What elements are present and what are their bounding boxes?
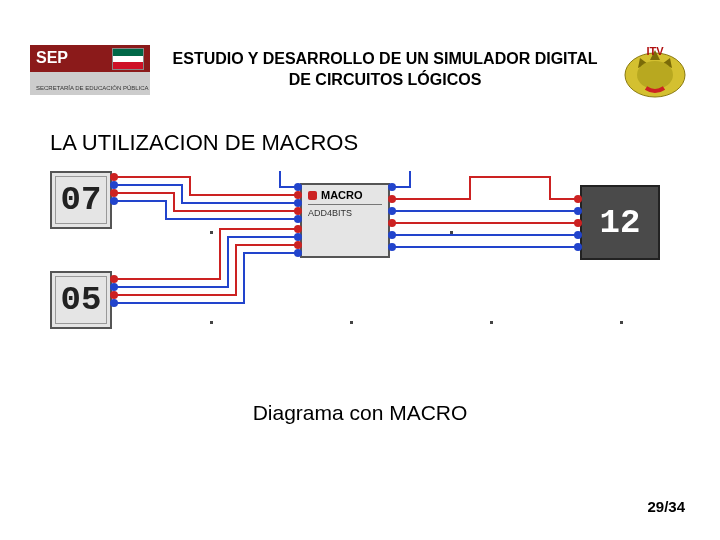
pin — [110, 275, 118, 283]
page-current: 29 — [647, 498, 664, 515]
input-display-b: 05 — [50, 271, 112, 329]
output-value: 12 — [600, 204, 641, 242]
pin — [294, 183, 302, 191]
pin — [294, 241, 302, 249]
pin — [110, 283, 118, 291]
pin — [110, 291, 118, 299]
pin — [388, 207, 396, 215]
itv-logo-text: ITV — [646, 45, 664, 57]
grid-dot — [450, 231, 453, 234]
sep-logo-subtext: SECRETARÍA DE EDUCACIÓN PÚBLICA — [36, 85, 149, 91]
svg-point-1 — [637, 61, 673, 89]
pin — [294, 249, 302, 257]
pin — [294, 215, 302, 223]
pin — [294, 199, 302, 207]
pin — [574, 231, 582, 239]
grid-dot — [350, 321, 353, 324]
sep-logo-text: SEP — [36, 49, 68, 66]
pin — [294, 225, 302, 233]
page-total: 34 — [668, 498, 685, 515]
pin — [574, 243, 582, 251]
pin — [110, 173, 118, 181]
page-number: 29/34 — [647, 498, 685, 515]
pin — [388, 183, 396, 191]
grid-dot — [210, 321, 213, 324]
grid-dot — [210, 231, 213, 234]
pin — [388, 231, 396, 239]
pin — [110, 197, 118, 205]
pin — [294, 233, 302, 241]
macro-title: MACRO — [308, 189, 382, 201]
pin — [574, 195, 582, 203]
grid-dot — [490, 321, 493, 324]
title-line-1: ESTUDIO Y DESARROLLO DE UN SIMULADOR DIG… — [160, 49, 610, 70]
input-display-a: 07 — [50, 171, 112, 229]
pin — [110, 299, 118, 307]
itv-logo: ITV — [620, 40, 690, 100]
input-b-value: 05 — [61, 281, 102, 319]
pin — [388, 195, 396, 203]
slide-header: SEP SECRETARÍA DE EDUCACIÓN PÚBLICA ESTU… — [0, 0, 720, 110]
sep-logo: SEP SECRETARÍA DE EDUCACIÓN PÚBLICA — [30, 45, 150, 95]
circuit-diagram: 07 05 MACRO ADD4BITS 12 — [50, 171, 670, 371]
pin — [110, 181, 118, 189]
input-a-value: 07 — [61, 181, 102, 219]
pin — [388, 243, 396, 251]
macro-block: MACRO ADD4BITS — [300, 183, 390, 258]
title-line-2: DE CIRCUITOS LÓGICOS — [160, 70, 610, 91]
slide-title: ESTUDIO Y DESARROLLO DE UN SIMULADOR DIG… — [160, 49, 610, 91]
pin — [294, 191, 302, 199]
pin — [110, 189, 118, 197]
diagram-caption: Diagrama con MACRO — [0, 401, 720, 425]
pin — [388, 219, 396, 227]
pin — [294, 207, 302, 215]
macro-subtitle: ADD4BITS — [308, 208, 382, 218]
divider — [308, 204, 382, 205]
pin — [574, 219, 582, 227]
section-title: LA UTILIZACION DE MACROS — [0, 110, 720, 171]
pin — [574, 207, 582, 215]
grid-dot — [620, 321, 623, 324]
output-display: 12 — [580, 185, 660, 260]
